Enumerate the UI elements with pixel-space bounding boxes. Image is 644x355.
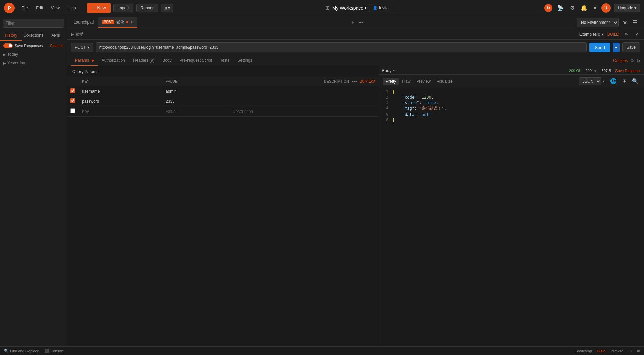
chevron-right-icon: ▶ [71,32,74,37]
resp-tab-pretty[interactable]: Pretty [383,78,399,85]
eye-icon[interactable]: 👁 [621,18,629,27]
cookies-link[interactable]: Cookies [613,58,628,63]
param-checkbox-0[interactable] [70,88,75,93]
sidebar-tab-history[interactable]: History [0,30,22,41]
tab-pre-request[interactable]: Pre-request Script [175,55,216,66]
save-button[interactable]: Save [622,42,640,52]
satellite-icon[interactable]: 📡 [556,3,565,12]
chevron-down-icon: ▾ [603,79,605,84]
examples-button[interactable]: Examples 0 ▾ [579,32,603,37]
layout-icon[interactable]: ⊞ [621,77,628,86]
tab-authorization[interactable]: Authorization [98,55,129,66]
avatar[interactable]: U [601,3,611,13]
build-link[interactable]: Build [597,349,605,353]
sidebar-content: ▶ Today ▶ Yesterday [0,50,67,346]
heart-icon[interactable]: ♥ [592,4,598,12]
tab-body[interactable]: Body [158,55,175,66]
param-checkbox-empty[interactable] [70,108,75,113]
globe-icon[interactable]: 🌐 [609,77,618,86]
param-value-0[interactable]: admin [162,86,229,96]
url-bar: POST ▾ Send ▾ Save [67,40,644,55]
console-button[interactable]: ⬛ Console [44,349,64,353]
code-link[interactable]: Code [630,58,640,63]
more-options-icon[interactable]: ••• [352,79,357,84]
invite-button[interactable]: 👤 Invite [369,4,392,12]
save-responses-toggle[interactable] [3,43,13,48]
close-tab-icon[interactable]: ✕ [130,20,133,24]
layout-icon[interactable]: ⊞ [629,349,632,353]
clear-all-button[interactable]: Clear all [50,44,63,48]
param-key-0[interactable]: username [78,86,162,96]
new-button[interactable]: ＋ New [87,3,111,13]
param-desc-empty[interactable]: Description [229,106,379,117]
menu-help[interactable]: Help [66,5,77,11]
build-button[interactable]: BUILD [607,32,619,37]
resp-tab-visualize[interactable]: Visualize [434,78,455,85]
add-tab-icon[interactable]: ＋ [350,19,356,26]
sidebar-section-yesterday[interactable]: ▶ Yesterday [0,59,67,68]
chevron-down-icon: ▾ [365,6,366,10]
param-desc-0[interactable] [229,86,379,96]
status-bar-right: Bootcamp Build Browse ⊞ ⊞ [575,349,640,353]
upgrade-button[interactable]: Upgrade ▾ [614,4,640,12]
resp-tab-preview[interactable]: Preview [414,78,433,85]
sidebar-icon[interactable]: ☰ [631,18,639,27]
search-icon[interactable]: 🔍 [631,77,640,86]
menu-edit[interactable]: Edit [35,5,44,11]
menu-file[interactable]: File [20,5,29,11]
request-breadcrumb: ▶ 登录 [71,31,84,37]
menu-view[interactable]: View [50,5,61,11]
url-input[interactable] [96,42,587,52]
search-input[interactable] [3,19,64,28]
param-checkbox-1[interactable] [70,98,75,103]
tab-right-actions: Cookies Code [613,58,640,63]
chevron-down-icon: ▾ [634,6,636,10]
sidebar-tab-collections[interactable]: Collections [22,30,45,41]
body-chevron-icon[interactable]: ▾ [393,69,395,72]
more-tabs-icon[interactable]: ••• [358,19,364,26]
param-key-empty[interactable]: Key [78,106,162,117]
code-line-2: 2 "code": 1200, [379,95,644,100]
request-tabs: Params Authorization Headers (9) Body Pr… [67,55,644,66]
settings-icon[interactable]: ⚙ [569,3,576,12]
send-dropdown-button[interactable]: ▾ [613,43,620,52]
params-dot [92,60,94,62]
runner-button[interactable]: Runner [136,4,158,12]
find-replace-button[interactable]: 🔍 Find and Replace [4,349,39,353]
resp-tab-raw[interactable]: Raw [399,78,413,85]
workspace-selector[interactable]: My Workspace ▾ [332,5,366,11]
param-key-1[interactable]: password [78,96,162,106]
topbar-right: ↻ 📡 ⚙ 🔔 ♥ U Upgrade ▾ [544,3,640,13]
expand-icon[interactable]: ⤢ [634,30,640,38]
param-value-empty[interactable]: Value [162,106,229,117]
edit-icon[interactable]: ✏ [623,30,630,38]
tab-launchpad[interactable]: Launchpad [70,18,98,27]
tab-request[interactable]: POST 登录 ✕ [98,17,137,28]
grid-icon[interactable]: ⊞ [637,349,640,353]
bulk-edit-button[interactable]: Bulk Edit [360,79,375,84]
params-table: KEY VALUE DESCRIPTION ••• Bulk Edit [67,77,379,346]
send-button[interactable]: Send [589,43,610,52]
col-key: KEY [78,77,162,86]
chevron-down-icon: ▾ [87,45,89,50]
format-select[interactable]: JSON [579,77,601,85]
sidebar-tab-apis[interactable]: APIs [45,30,67,41]
param-value-1[interactable]: 2333 [162,96,229,106]
sidebar-section-today[interactable]: ▶ Today [0,50,67,59]
param-desc-1[interactable] [229,96,379,106]
sidebar-actions: Save Responses Clear all [0,41,67,50]
browse-link[interactable]: Browse [611,349,623,353]
tab-headers[interactable]: Headers (9) [129,55,158,66]
import-button[interactable]: Import [113,4,133,12]
save-response-button[interactable]: Save Response [615,69,641,73]
environment-select[interactable]: No Environment [577,18,619,27]
tab-tests[interactable]: Tests [216,55,233,66]
view-button[interactable]: ⊞ ▾ [161,4,173,12]
tab-params[interactable]: Params [71,55,98,66]
tab-settings[interactable]: Settings [233,55,256,66]
tab-actions: ＋ ••• [350,19,364,26]
topbar-center: ⊞ My Workspace ▾ 👤 Invite [176,4,542,12]
method-select[interactable]: POST ▾ [71,43,93,52]
bell-icon[interactable]: 🔔 [579,3,589,12]
postman-sync-icon[interactable]: ↻ [544,4,552,12]
